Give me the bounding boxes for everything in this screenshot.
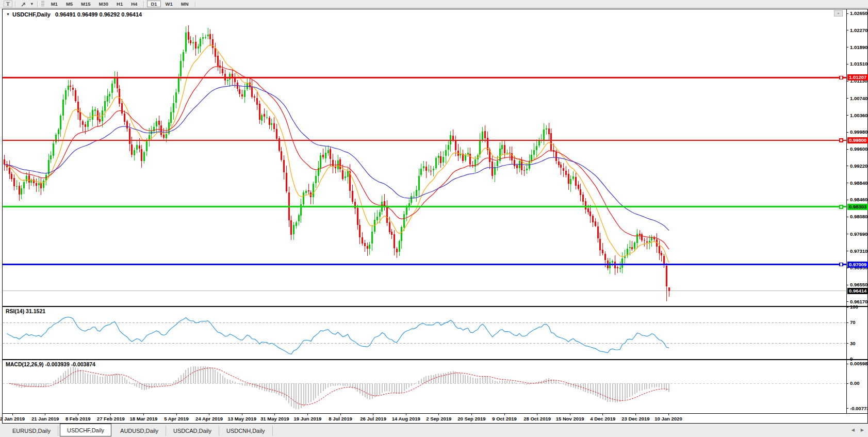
macd-axis-label: 0.005986	[850, 361, 868, 366]
date-tick-label: 26 Jul 2019	[360, 416, 386, 422]
price-tick-label: 0.98840	[850, 180, 867, 186]
symbol-label: USDCHF,Daily	[12, 11, 51, 18]
toolbar-grip[interactable]	[41, 1, 44, 7]
date-tick-label: 19 Jun 2019	[293, 416, 321, 422]
price-tick-label: 1.00360	[850, 112, 867, 118]
toolbar-separator	[37, 1, 38, 7]
tab-usdcnh-daily[interactable]: USDCNH,Daily	[219, 426, 273, 436]
price-chart-canvas[interactable]	[3, 9, 867, 423]
timeframe-button-h4[interactable]: H4	[127, 1, 141, 7]
toolbar-separator	[195, 1, 196, 7]
price-tick-label: 0.97310	[850, 248, 867, 254]
date-tick-label: 15 Nov 2019	[556, 416, 584, 422]
macd-name: MACD(12,26,9)	[6, 361, 44, 367]
timeframe-button-group: M1M5M15M30H1H4D1W1MN	[47, 1, 198, 7]
price-tick-label: 0.99600	[850, 146, 867, 152]
timeframe-button-mn[interactable]: MN	[177, 1, 192, 7]
toolbar-separator	[143, 1, 144, 7]
timeframe-button-m1[interactable]: M1	[47, 1, 61, 7]
price-tick-label: 0.99220	[850, 163, 867, 169]
date-tick-label: 24 Apr 2019	[195, 416, 223, 422]
price-line-label: 1.01207	[847, 74, 868, 80]
date-tick-label: 8 Jul 2019	[329, 416, 352, 422]
toolbar: T ▾ M1M5M15M30H1H4D1W1MN	[0, 0, 868, 8]
scroll-up-icon[interactable]: ▴	[834, 10, 843, 17]
price-line-label: 0.98303	[847, 204, 868, 210]
tab-list: EURUSD,DailyUSDCHF,DailyAUDUSD,DailyUSDC…	[5, 424, 273, 437]
date-tick-label: 23 Dec 2019	[621, 416, 649, 422]
text-tool-button[interactable]: T	[4, 1, 12, 7]
date-tick-label: 20 Sep 2019	[457, 416, 485, 422]
macd-values: -0.003939 -0.003874	[45, 361, 95, 367]
chart-tabbar: EURUSD,DailyUSDCHF,DailyAUDUSD,DailyUSDC…	[0, 424, 868, 437]
tab-nav: ◀ ▶	[851, 428, 864, 432]
tab-usdchf-daily[interactable]: USDCHF,Daily	[60, 424, 111, 436]
date-tick-label: 2 Sep 2019	[426, 416, 451, 422]
timeframe-button-m30[interactable]: M30	[95, 1, 112, 7]
date-tick-label: 21 Jan 2019	[31, 416, 59, 422]
tab-scroll-right-icon[interactable]: ▶	[861, 428, 864, 432]
price-tick-label: 1.02270	[850, 27, 867, 33]
rsi-axis-label: 70	[850, 319, 856, 325]
tab-usdcad-daily[interactable]: USDCAD,Daily	[166, 426, 219, 436]
date-tick-label: 31 May 2019	[260, 416, 289, 422]
timeframe-button-m15[interactable]: M15	[77, 1, 94, 7]
macd-label: MACD(12,26,9) -0.003939 -0.003874	[6, 361, 95, 367]
price-line-label: 0.97009	[847, 262, 868, 268]
date-tick-label: 28 Oct 2019	[523, 416, 551, 422]
price-tick-label: 0.98460	[850, 197, 867, 202]
tool-dropdown-caret[interactable]: ▾	[29, 1, 35, 7]
price-tick-label: 0.96550	[850, 282, 867, 287]
date-tick-label: 14 Aug 2019	[392, 416, 420, 422]
price-tick-label: 1.00740	[850, 95, 867, 101]
date-tick-label: 4 Dec 2019	[590, 416, 615, 422]
toolbar-separator	[15, 1, 16, 7]
price-tick-label: 1.01890	[850, 44, 867, 50]
date-tick-label: 9 Oct 2019	[492, 416, 517, 422]
date-tick-label: 10 Jan 2020	[654, 416, 682, 422]
chart-window: ▼USDCHF,Daily0.96491 0.96499 0.96292 0.9…	[2, 9, 868, 424]
tab-scroll-left-icon[interactable]: ◀	[851, 428, 855, 432]
price-tick-label: 1.02650	[850, 10, 867, 16]
chart-title: ▼USDCHF,Daily0.96491 0.96499 0.96292 0.9…	[6, 11, 142, 18]
rsi-axis-label: 100	[850, 304, 858, 310]
collapse-triangle-icon[interactable]: ▼	[6, 12, 10, 16]
ohlc-values: 0.96491 0.96499 0.96292 0.96414	[55, 11, 142, 18]
arrange-arrows-icon[interactable]	[19, 1, 28, 7]
price-tick-label: 0.97690	[850, 231, 867, 237]
rsi-label: RSI(14) 31.1521	[6, 308, 45, 314]
price-tick-label: 1.01510	[850, 61, 867, 67]
tab-audusd-daily[interactable]: AUDUSD,Daily	[113, 426, 166, 436]
timeframe-button-w1[interactable]: W1	[162, 1, 176, 7]
date-tick-label: 13 May 2019	[227, 416, 256, 422]
price-line-label: 0.99800	[847, 137, 868, 143]
rsi-name: RSI(14)	[6, 308, 24, 314]
rsi-value: 31.1521	[26, 308, 45, 314]
price-tick-label: 0.98080	[850, 214, 867, 219]
tab-eurusd-daily[interactable]: EURUSD,Daily	[5, 426, 58, 436]
macd-axis-label: -0.007737	[850, 406, 868, 411]
timeframe-button-d1[interactable]: D1	[147, 1, 160, 7]
date-tick-label: 8 Feb 2019	[65, 416, 91, 422]
timeframe-button-h1[interactable]: H1	[113, 1, 126, 7]
date-tick-label: 2 Jan 2019	[0, 416, 25, 422]
date-tick-label: 27 Feb 2019	[97, 416, 125, 422]
date-tick-label: 18 Mar 2019	[129, 416, 157, 422]
date-tick-label: 5 Apr 2019	[164, 416, 189, 422]
diagonal-arrows-icon	[20, 1, 27, 7]
terminal-screen: T ▾ M1M5M15M30H1H4D1W1MN ▼USDCHF,Daily0.…	[0, 0, 868, 437]
macd-axis-label: 0.00	[850, 380, 860, 386]
price-tick-label: 0.99980	[850, 129, 867, 135]
current-price-label: 0.96414	[847, 288, 868, 294]
timeframe-button-m5[interactable]: M5	[62, 1, 76, 7]
rsi-axis-label: 30	[850, 341, 856, 346]
